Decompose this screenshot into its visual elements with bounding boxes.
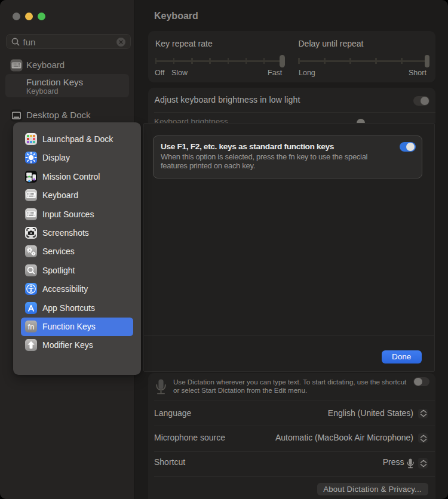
svg-text:fn: fn [28,322,35,331]
